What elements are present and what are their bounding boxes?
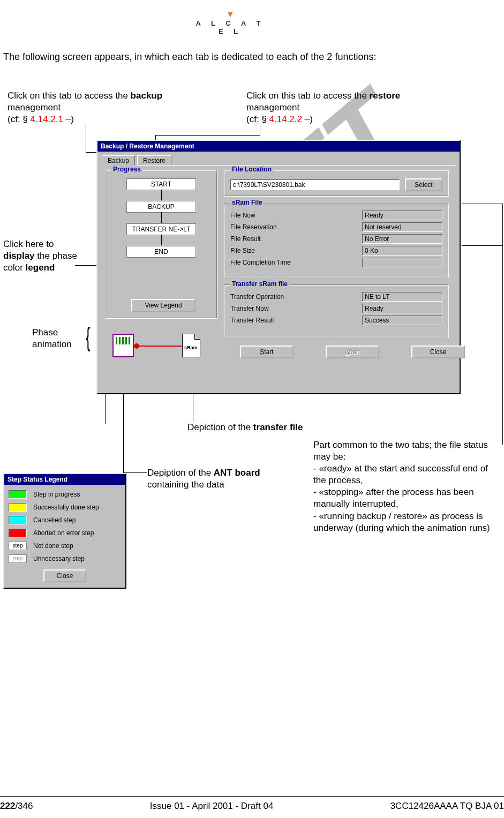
legend-row: Successfully done step: [9, 501, 121, 514]
connector-line: [86, 124, 86, 152]
progress-group: Progress START BACKUP TRANSFER NE->LT EN…: [105, 170, 217, 319]
sram-title: sRam File: [230, 199, 265, 206]
select-button[interactable]: Select: [405, 178, 442, 191]
field-row: Transfer ResultSuccess: [225, 314, 448, 326]
connector-line: [462, 245, 502, 246]
legend-label: Aborted on error step: [33, 529, 94, 537]
progress-step: START: [126, 178, 196, 190]
legend-swatch: [9, 529, 27, 537]
connector-line: [462, 204, 502, 204]
callout-common-part: Part common to the two tabs; the file st…: [313, 439, 501, 534]
brace-icon: {: [86, 321, 90, 352]
tab-restore[interactable]: Restore: [137, 155, 171, 166]
ant-board-icon: [112, 334, 134, 357]
legend-swatch: [9, 503, 27, 512]
legend-label: Unnecessary step: [33, 555, 85, 562]
transfer-line-icon: [134, 346, 182, 347]
legend-titlebar: Step Status Legend: [4, 474, 125, 485]
field-row: File ReservationNot reserved: [225, 221, 448, 233]
legend-stepbox: step: [9, 542, 27, 550]
connector-line: [260, 124, 260, 135]
legend-row: Aborted on error step: [9, 527, 121, 539]
callout-backup-tab: Click on this tab to access the backup m…: [7, 90, 168, 125]
progress-title: Progress: [111, 166, 143, 173]
callout-ant-board: Depiption of the ANT board containing th…: [147, 467, 265, 491]
page-footer: 222/346 Issue 01 - April 2001 - Draft 04…: [0, 796, 504, 812]
legend-stepbox: step: [9, 554, 27, 563]
step-status-legend-window: Step Status Legend Step in progressSucce…: [3, 473, 126, 589]
connector-line: [123, 472, 147, 473]
legend-row: Step in progress: [9, 488, 121, 501]
callout-phase-anim: Phase animation: [32, 327, 91, 350]
phase-animation: sRam: [112, 331, 214, 361]
legend-row: stepUnnecessary step: [9, 552, 121, 565]
legend-swatch: [9, 490, 27, 499]
field-row: Transfer OperationNE to LT: [225, 291, 448, 303]
field-row: File ResultNo Error: [225, 233, 448, 245]
legend-close-button[interactable]: Close: [43, 569, 86, 582]
legend-swatch: [9, 516, 27, 524]
callout-view-legend: Click here to display the phase color le…: [3, 238, 78, 274]
callout-restore-tab: Click on this tab to access the restore …: [246, 90, 407, 125]
transfer-group: Transfer sRam file Transfer OperationNE …: [224, 284, 449, 338]
connector-line: [502, 204, 503, 445]
field-row: File Completion Time: [225, 257, 448, 268]
progress-step: BACKUP: [126, 201, 196, 213]
file-location-title: File Location: [230, 166, 274, 173]
field-row: File Size0 Ko: [225, 245, 448, 257]
field-row: File NowReady: [225, 209, 448, 221]
legend-row: stepNot done step: [9, 539, 121, 552]
transfer-file-icon: sRam: [182, 334, 200, 357]
file-location-group: File Location c:\7390LT\SV230301.bak Sel…: [224, 170, 449, 197]
view-legend-button[interactable]: View Legend: [131, 299, 195, 312]
start-button[interactable]: Start: [240, 346, 294, 358]
legend-label: Cancelled step: [33, 516, 76, 524]
progress-step: END: [126, 246, 196, 258]
window-titlebar: Backup / Restore Management: [97, 141, 460, 152]
legend-label: Not done step: [33, 542, 73, 550]
sram-file-group: sRam File File NowReady File Reservation…: [224, 203, 449, 278]
callout-transfer-file: Depiction of the transfer file: [187, 422, 303, 433]
transfer-dot-icon: [134, 343, 139, 349]
abort-button[interactable]: Abort: [326, 346, 379, 358]
close-button[interactable]: Close: [411, 346, 465, 358]
backup-restore-window: Backup / Restore Management Backup Resto…: [96, 140, 461, 394]
tab-backup[interactable]: Backup: [102, 155, 135, 166]
progress-step: TRANSFER NE->LT: [126, 223, 196, 235]
legend-label: Step in progress: [33, 491, 80, 498]
brand-logo: ▼ A L C A T E L: [195, 10, 265, 35]
transfer-title: Transfer sRam file: [230, 280, 290, 288]
legend-label: Successfully done step: [33, 504, 99, 511]
field-row: Transfer NowReady: [225, 303, 448, 314]
connector-line: [155, 135, 260, 136]
file-location-input[interactable]: c:\7390LT\SV230301.bak: [230, 179, 400, 190]
legend-row: Cancelled step: [9, 514, 121, 527]
intro-text: The following screen appears, in which e…: [3, 51, 376, 63]
